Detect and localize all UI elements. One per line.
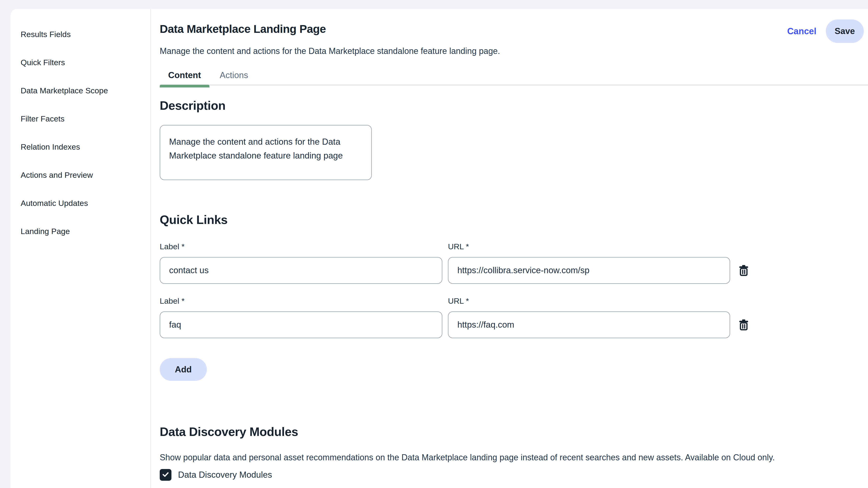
- url-field-label: URL *: [448, 242, 730, 251]
- sidebar-item-results-fields[interactable]: Results Fields: [10, 20, 150, 48]
- quick-link-label-field: Label *: [160, 296, 442, 338]
- url-field-label: URL *: [448, 296, 730, 306]
- data-discovery-checkbox[interactable]: [160, 469, 172, 481]
- settings-card: Results Fields Quick Filters Data Market…: [10, 9, 868, 488]
- data-discovery-description: Show popular data and personal asset rec…: [160, 452, 840, 463]
- label-field-label: Label *: [160, 296, 442, 306]
- trash-icon: [738, 265, 749, 276]
- delete-quick-link-button[interactable]: [738, 319, 749, 330]
- quick-link-row: Label * URL *: [160, 242, 868, 284]
- sidebar-item-data-marketplace-scope[interactable]: Data Marketplace Scope: [10, 77, 150, 104]
- quick-links-heading: Quick Links: [160, 212, 868, 227]
- quick-link-row: Label * URL *: [160, 296, 868, 338]
- sidebar-item-quick-filters[interactable]: Quick Filters: [10, 48, 150, 77]
- settings-sidebar: Results Fields Quick Filters Data Market…: [10, 9, 150, 488]
- sidebar-item-landing-page[interactable]: Landing Page: [10, 217, 150, 245]
- sidebar-item-actions-and-preview[interactable]: Actions and Preview: [10, 161, 150, 189]
- quick-link-url-input[interactable]: [448, 257, 730, 284]
- sidebar-item-filter-facets[interactable]: Filter Facets: [10, 104, 150, 133]
- delete-quick-link-button[interactable]: [738, 265, 749, 276]
- tab-content[interactable]: Content: [160, 70, 210, 81]
- main-content: Cancel Save Data Marketplace Landing Pag…: [151, 9, 868, 488]
- description-heading: Description: [160, 98, 868, 113]
- tab-bar: Content Actions: [160, 70, 868, 85]
- quick-link-label-input[interactable]: [160, 257, 442, 284]
- save-button[interactable]: Save: [826, 20, 864, 43]
- trash-icon: [738, 319, 749, 330]
- label-field-label: Label *: [160, 242, 442, 251]
- page-title: Data Marketplace Landing Page: [160, 22, 868, 36]
- sidebar-item-automatic-updates[interactable]: Automatic Updates: [10, 189, 150, 217]
- cancel-button[interactable]: Cancel: [787, 26, 816, 36]
- add-quick-link-button[interactable]: Add: [160, 358, 207, 381]
- description-textarea[interactable]: Manage the content and actions for the D…: [160, 125, 372, 180]
- tab-actions[interactable]: Actions: [220, 70, 248, 81]
- quick-link-url-field: URL *: [448, 242, 730, 284]
- quick-link-url-field: URL *: [448, 296, 730, 338]
- quick-link-url-input[interactable]: [448, 311, 730, 338]
- quick-link-label-field: Label *: [160, 242, 442, 284]
- data-discovery-heading: Data Discovery Modules: [160, 424, 868, 439]
- page-subtitle: Manage the content and actions for the D…: [160, 46, 868, 57]
- sidebar-item-relation-indexes[interactable]: Relation Indexes: [10, 133, 150, 161]
- quick-link-label-input[interactable]: [160, 311, 442, 338]
- checkmark-icon: [162, 470, 169, 479]
- header-actions: Cancel Save: [787, 20, 864, 43]
- data-discovery-checkbox-row: Data Discovery Modules: [160, 469, 868, 481]
- data-discovery-checkbox-label[interactable]: Data Discovery Modules: [178, 470, 272, 480]
